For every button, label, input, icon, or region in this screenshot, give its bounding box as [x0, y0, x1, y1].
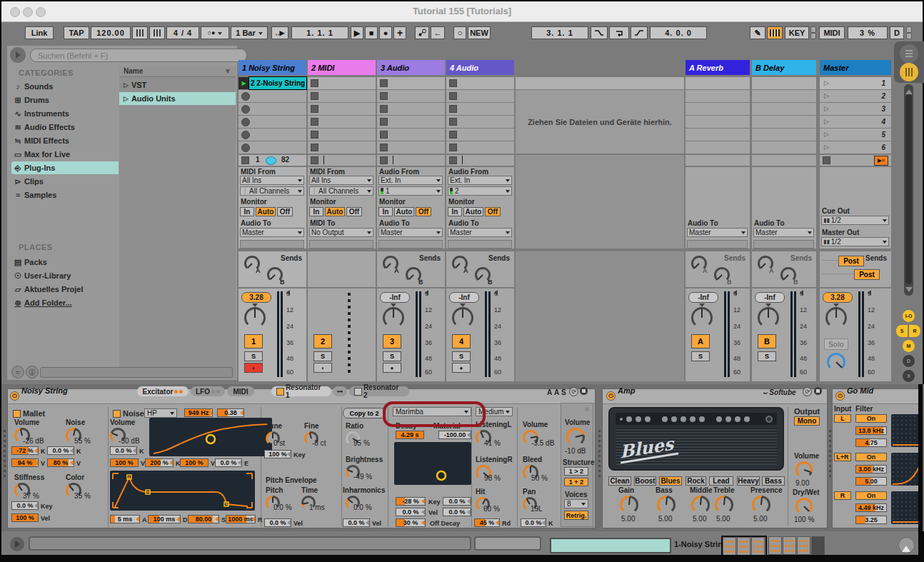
- clip-slot[interactable]: [377, 129, 445, 141]
- clip-slot[interactable]: [446, 77, 514, 89]
- clip-view-toggle[interactable]: [900, 44, 918, 63]
- param-value[interactable]: 1 ms: [309, 503, 325, 511]
- clip-slot[interactable]: [308, 129, 376, 141]
- track-volume-value[interactable]: -Inf: [449, 292, 479, 303]
- scene-3[interactable]: ▷3: [820, 103, 891, 115]
- track-volume-value[interactable]: 3.28: [241, 292, 271, 303]
- track-volume-knob[interactable]: [383, 307, 404, 328]
- slot-record-button[interactable]: [241, 131, 250, 139]
- route-output-select[interactable]: Master: [448, 228, 512, 237]
- noise-volume-key-box[interactable]: 0.0 %: [110, 446, 137, 455]
- device-drag-handle[interactable]: [4, 430, 6, 480]
- device-chain-thumbnails[interactable]: [768, 536, 825, 555]
- slot-stop-button[interactable]: [311, 105, 318, 113]
- track-activator-1[interactable]: 1: [244, 334, 263, 348]
- amp-mode-boost[interactable]: Boost: [634, 476, 656, 486]
- noise-filter-display[interactable]: [149, 418, 272, 456]
- sidebar-item-clips[interactable]: ⊳Clips: [11, 175, 119, 188]
- noise-envelope-display[interactable]: [110, 471, 255, 511]
- clip-slot[interactable]: [308, 77, 376, 89]
- track-header-2[interactable]: 2 MIDI: [308, 60, 376, 75]
- track-header-4[interactable]: 4 Audio: [446, 60, 514, 75]
- mallet-enable-checkbox[interactable]: [13, 410, 21, 418]
- return-solo-button[interactable]: S: [691, 351, 710, 361]
- io-section-toggle[interactable]: I-O: [903, 310, 915, 322]
- clip-slot[interactable]: [377, 141, 445, 154]
- return-volume-value[interactable]: -Inf: [755, 292, 785, 303]
- inharmonics-vel-box[interactable]: 0.0 %: [343, 518, 370, 527]
- track-activator-2[interactable]: 2: [313, 334, 332, 348]
- arrangement-position-field[interactable]: 1. 1. 1: [291, 26, 348, 39]
- param-value[interactable]: 60 %: [483, 505, 500, 513]
- amp-mode-blues[interactable]: Blues: [659, 476, 682, 486]
- scene-2[interactable]: ▷2: [820, 90, 891, 102]
- off-decay-box[interactable]: 30 %: [396, 518, 426, 527]
- resonator-quality-select[interactable]: Medium: [476, 407, 513, 416]
- tab-midi[interactable]: MIDI: [227, 386, 254, 396]
- pitch-vel-box[interactable]: 0.0 %: [264, 518, 291, 527]
- clip-slot[interactable]: [238, 129, 306, 141]
- decay-key-box[interactable]: -28 %: [396, 497, 426, 506]
- noise-key-box[interactable]: 200 %: [145, 458, 174, 467]
- decay-material-xy-display[interactable]: [394, 442, 471, 485]
- master-track-header[interactable]: Master: [820, 60, 891, 75]
- loop-start-field[interactable]: 3. 1. 1: [531, 26, 588, 39]
- clip-play-icon[interactable]: ▶: [238, 77, 249, 89]
- session-scrollbar[interactable]: [904, 84, 913, 296]
- record-button[interactable]: ●: [379, 26, 392, 39]
- cue-out-select[interactable]: ▮▮1/2: [821, 216, 889, 225]
- play-button[interactable]: ▶: [351, 26, 363, 39]
- device-drag-handle[interactable]: [598, 430, 601, 480]
- amp-treble-knob[interactable]: [715, 496, 733, 514]
- tempo-field[interactable]: 120.00: [91, 26, 131, 39]
- nudge-down-button[interactable]: [132, 26, 148, 39]
- scene-5[interactable]: ▷5: [820, 129, 891, 141]
- sidebar-item-aktuelles-projel[interactable]: ▱Aktuelles Projel: [11, 283, 119, 296]
- track-volume-value[interactable]: -Inf: [380, 292, 410, 303]
- back-to-arrangement-button[interactable]: ←: [431, 26, 445, 39]
- param-value[interactable]: 0 st: [273, 439, 285, 447]
- mallet-volume-vel-box[interactable]: 94 %: [11, 458, 39, 467]
- decay-box[interactable]: 100 ms: [148, 515, 181, 523]
- loop-button[interactable]: [609, 26, 629, 39]
- returns-section-toggle[interactable]: R: [909, 325, 920, 337]
- amp-presence-knob[interactable]: [752, 496, 770, 514]
- time-signature-field[interactable]: 4 / 4: [166, 26, 199, 39]
- band-freq-box[interactable]: 3.00 kHz: [855, 465, 887, 473]
- preview-icon[interactable]: ≈: [11, 366, 24, 378]
- resonator-type-select[interactable]: Marimba: [393, 407, 471, 416]
- slot-stop-button[interactable]: [311, 92, 318, 100]
- return-volume-knob[interactable]: [758, 307, 779, 328]
- band-input-r[interactable]: R: [834, 491, 851, 500]
- noise-filter-res-box[interactable]: 0.38: [217, 408, 244, 417]
- clip-slot[interactable]: [446, 90, 514, 102]
- clip-slot[interactable]: [377, 90, 445, 102]
- material-key-box[interactable]: 0.0 %: [443, 497, 471, 506]
- slot-stop-button[interactable]: [380, 131, 388, 139]
- amp-knob-value[interactable]: 5.00: [716, 515, 730, 523]
- device-drag-handle[interactable]: [829, 430, 831, 480]
- param-value[interactable]: -3.5 dB: [531, 439, 554, 447]
- info-icon[interactable]: 🛈: [26, 366, 39, 378]
- name-column-header[interactable]: Name▼: [119, 66, 236, 77]
- track-solo-button[interactable]: S: [244, 351, 263, 361]
- amp-volume-knob[interactable]: [795, 461, 813, 478]
- scene-launch-icon[interactable]: ▷: [824, 131, 829, 138]
- clip-slot[interactable]: [377, 116, 445, 128]
- monitor-in-button[interactable]: In: [448, 207, 462, 216]
- draw-mode-button[interactable]: ✎: [750, 26, 765, 39]
- hot-swap-icon[interactable]: ⟳: [803, 387, 812, 396]
- session-record-button[interactable]: ○: [453, 26, 466, 39]
- stiffness-vel-box[interactable]: 100 %: [11, 513, 39, 522]
- param-value[interactable]: -50 dB: [119, 437, 139, 445]
- scene-launch-icon[interactable]: ▷: [824, 105, 829, 112]
- monitor-auto-button[interactable]: Auto: [256, 207, 276, 216]
- mallet-noise-vel-box[interactable]: 80 %: [47, 458, 74, 467]
- return-volume-knob[interactable]: [691, 307, 713, 328]
- band-filter-display[interactable]: [891, 453, 921, 486]
- browser-item[interactable]: ▷Audio Units: [119, 92, 236, 105]
- track-stop-button[interactable]: [241, 156, 249, 164]
- slot-record-button[interactable]: [241, 144, 250, 152]
- param-value[interactable]: 95 %: [353, 439, 370, 447]
- structure-1-2-parallel-button[interactable]: 1 + 2: [564, 478, 588, 486]
